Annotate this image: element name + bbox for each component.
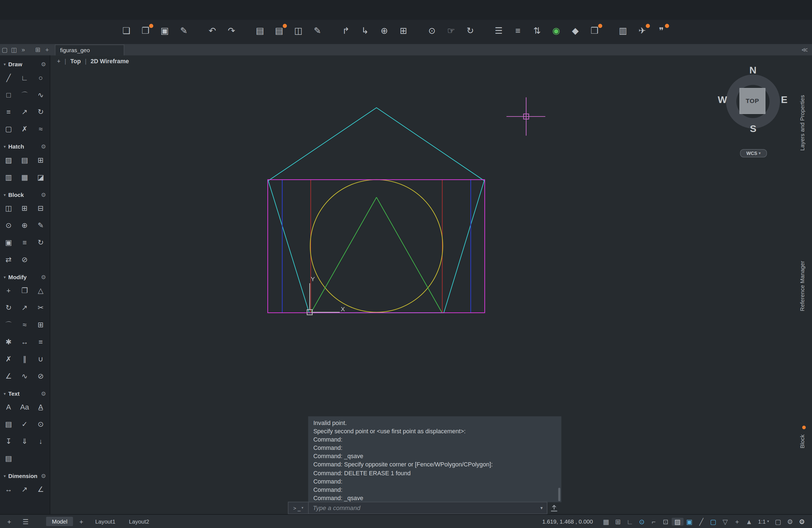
status-object-snap-icon[interactable]: ⊡ [660,517,672,525]
toolbar-new-file-icon[interactable]: ❏ [120,25,133,37]
viewcube-top-face[interactable]: TOP [740,88,766,114]
toolbar-share-drawing-icon[interactable]: ✈ [636,25,649,37]
toolbar-sheet-set-manager-icon[interactable]: ❒ [588,25,601,37]
status-polar-tracking-icon[interactable]: ⊙ [636,517,648,525]
palette-section-header[interactable]: ▾Dimension⚙ [0,469,50,483]
tool-rectangle-icon[interactable]: □ [1,88,16,102]
collapse-tabs-icon[interactable]: ≪ [801,46,808,53]
tool-edit-attribute-icon[interactable]: ▣ [1,236,16,249]
tool-attach-block-icon[interactable]: ⊕ [17,218,32,232]
tool-boundary-icon[interactable]: ⊞ [33,153,48,167]
toolbar-layer-properties-icon[interactable]: ☰ [492,25,505,37]
command-prompt[interactable]: > _ ▾ [288,502,308,514]
command-history-expand-icon[interactable] [549,504,559,513]
wcs-selector[interactable]: WCS ▾ [740,149,767,157]
tool-join-icon[interactable]: ∪ [33,352,48,366]
status-selection-filter-icon[interactable]: ▽ [719,517,731,525]
tool-sync-attributes-icon[interactable]: ↻ [33,236,48,249]
palette-section-header[interactable]: ▾Hatch⚙ [0,140,50,153]
toolbar-zoom-window-icon[interactable]: ⊙ [425,25,438,37]
tool-wipeout-icon[interactable]: ◪ [33,171,48,184]
panel-tab-block[interactable]: Block [799,430,811,453]
new-layout-button[interactable]: + [75,517,87,525]
tool-text-style-icon[interactable]: ▤ [1,417,16,431]
tool-multiline-icon[interactable]: ≡ [1,105,16,119]
tool-text-align-icon[interactable]: A̲ [33,400,48,414]
gear-icon[interactable]: ⚙ [41,274,46,280]
tile-windows-icon[interactable]: ◫ [10,46,19,53]
selection-window-icon[interactable]: ▢ [0,46,10,53]
cursor-coordinates[interactable]: 1.619, 1.468 , 0.000 [542,518,593,525]
toolbar-layer-walk-icon[interactable]: ⇅ [531,25,543,37]
toolbar-orbit-icon[interactable]: ↻ [464,25,476,37]
toolbar-open-folder-icon[interactable]: ❐ [139,25,151,37]
toolbar-feedback-icon[interactable]: ❞ [655,25,668,37]
tool-copy-icon[interactable]: ❐ [17,284,32,297]
tool-set-base-point-icon[interactable]: ⊙ [1,218,16,232]
tool-define-attributes-icon[interactable]: ≡ [17,236,32,249]
tool-export-pdf-icon[interactable]: ↓ [33,435,48,448]
inscribed-circle[interactable] [310,180,443,312]
tab-overview-icon[interactable]: ⊞ [33,46,43,53]
overflow-chevrons-icon[interactable]: » [19,46,28,53]
status-dynamic-ucs-icon[interactable]: ╱ [695,517,707,525]
viewcube-west[interactable]: W [718,94,727,105]
toolbar-pan-icon[interactable]: ☞ [445,25,458,37]
status-transparency-icon[interactable]: ▨ [672,517,684,525]
toolbar-external-reference-icon[interactable]: ⊞ [397,25,410,37]
status-workspace-gear-icon[interactable]: ⚙ [784,517,796,525]
toolbar-undo-icon[interactable]: ↶ [206,25,218,37]
toolbar-layer-states-icon[interactable]: ≡ [512,25,524,37]
tool-edit-polyline-icon[interactable]: ∿ [17,369,32,383]
tool-chamfer-icon[interactable]: ∠ [1,369,16,383]
status-annotation-visibility-icon[interactable]: ▲ [743,517,755,525]
viewcube-south[interactable]: S [750,123,756,134]
tool-ray-icon[interactable]: ↗ [17,105,32,119]
command-history-scrollbar[interactable] [558,488,561,501]
toolbar-import-icon[interactable]: ↳ [359,25,371,37]
gear-icon[interactable]: ⚙ [41,472,46,479]
gear-icon[interactable]: ⚙ [41,61,46,68]
triangle-left-edge[interactable] [311,197,376,312]
tool-delete-duplicates-icon[interactable]: ⊘ [33,369,48,383]
tool-gradient-icon[interactable]: ▤ [17,153,32,167]
viewport-menu-button[interactable]: + [57,58,60,64]
tool-explode-icon[interactable]: ✱ [1,335,16,349]
toolbar-point-style-icon[interactable]: ◉ [550,25,562,37]
palette-section-header[interactable]: ▾Draw⚙ [0,57,50,71]
status-selection-cycling-icon[interactable]: ▣ [684,517,695,525]
status-grid-display-icon[interactable]: ▦ [600,517,612,525]
visual-style-control[interactable]: 2D Wireframe [91,58,129,64]
tool-export-dwf-icon[interactable]: ↧ [1,435,16,448]
tool-erase-icon[interactable]: ✗ [1,352,16,366]
tool-find-text-icon[interactable]: ⊙ [33,417,48,431]
status-quick-measure-icon[interactable]: + [731,517,743,525]
pentagon[interactable] [268,108,484,313]
tool-multiline-text-icon[interactable]: Aa [17,400,32,414]
file-tab-figuras-geo[interactable]: figuras_geo [55,44,124,55]
status-snap-mode-icon[interactable]: ⊞ [612,517,624,525]
panel-tab-reference-manager[interactable]: Reference Manager [799,243,811,328]
toolbar-properties-palette-icon[interactable]: ▥ [617,25,629,37]
tool-freehand-icon[interactable]: ≈ [33,122,48,136]
toolbar-annotation-monitor-icon[interactable]: ◆ [569,25,582,37]
status-settings-gear-icon[interactable]: ⚙ [796,517,808,525]
tool-angular-dimension-icon[interactable]: ∠ [33,483,48,496]
annotation-scale-selector[interactable]: 1:1 ▾ [758,518,769,525]
toolbar-save-as-icon[interactable]: ✎ [178,25,190,37]
status-annotation-monitor-icon[interactable]: ▢ [772,517,784,525]
triangle-right-edge[interactable] [376,197,441,312]
tool-construction-line-icon[interactable]: ✗ [17,122,32,136]
tool-region-icon[interactable]: ▢ [1,122,16,136]
tool-polyline-icon[interactable]: ∟ [17,71,32,85]
gear-icon[interactable]: ⚙ [41,191,46,198]
palette-section-header[interactable]: ▾Text⚙ [0,387,50,400]
tool-align-icon[interactable]: ≡ [33,335,48,349]
toolbar-redo-icon[interactable]: ↷ [226,25,238,37]
tool-hatch-icon[interactable]: ▨ [1,153,16,167]
tool-line-icon[interactable]: ╱ [1,71,16,85]
tool-aligned-dimension-icon[interactable]: ↗ [17,483,32,496]
tool-arc-icon[interactable]: ⌒ [17,88,32,102]
tool-offset-icon[interactable]: ≈ [17,318,32,332]
add-tool-set-button[interactable]: + [7,517,11,525]
